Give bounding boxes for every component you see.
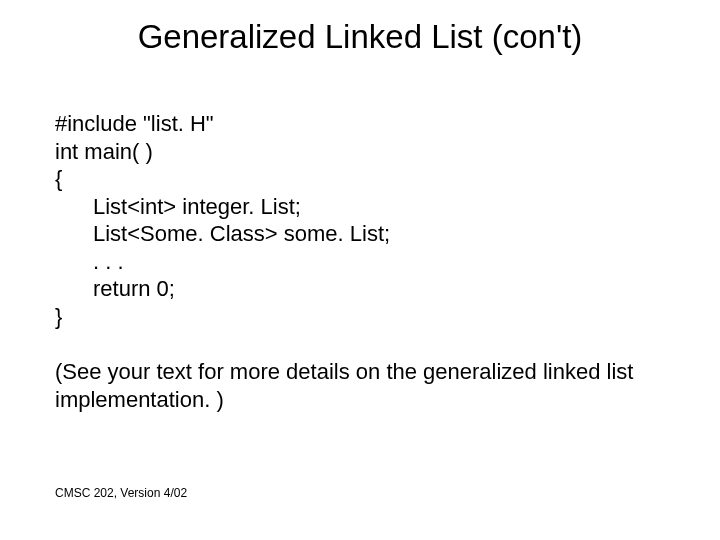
- note-paragraph: (See your text for more details on the g…: [55, 358, 665, 413]
- code-line-return: return 0;: [55, 275, 665, 303]
- slide-footer: CMSC 202, Version 4/02: [55, 486, 187, 500]
- code-line-include: #include "list. H": [55, 110, 665, 138]
- code-line-int-list: List<int> integer. List;: [55, 193, 665, 221]
- slide-body: #include "list. H" int main( ) { List<in…: [55, 110, 665, 413]
- slide: Generalized Linked List (con't) #include…: [0, 0, 720, 540]
- code-line-open-brace: {: [55, 165, 665, 193]
- code-line-main: int main( ): [55, 138, 665, 166]
- code-line-ellipsis: . . .: [55, 248, 665, 276]
- code-line-close-brace: }: [55, 303, 665, 331]
- slide-title: Generalized Linked List (con't): [0, 18, 720, 56]
- code-line-someclass-list: List<Some. Class> some. List;: [55, 220, 665, 248]
